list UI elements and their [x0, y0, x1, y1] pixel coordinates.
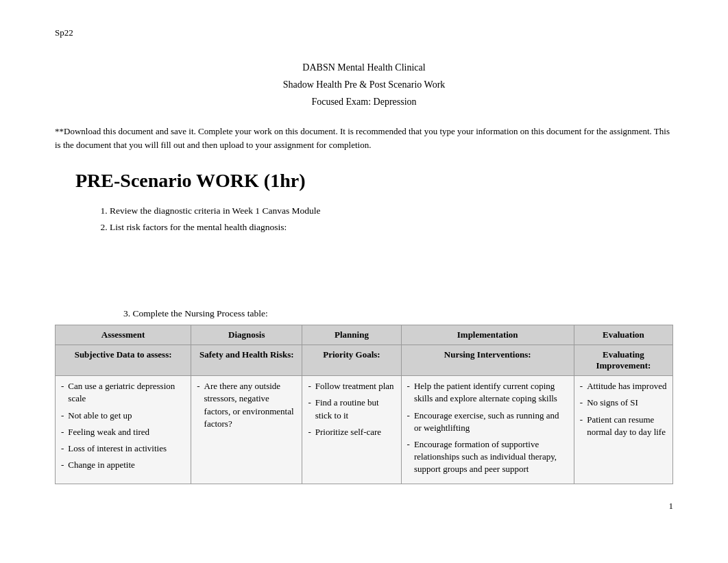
cell-assessment: Can use a geriatric depression scale Not… — [56, 376, 191, 484]
assessment-item-2: Not able to get up — [61, 410, 185, 422]
header-evaluation: Evaluation — [574, 325, 672, 345]
instructions-text: **Download this document and save it. Co… — [55, 125, 673, 153]
table-row: Can use a geriatric depression scale Not… — [56, 376, 673, 484]
cell-implementation: Help the patient identify current coping… — [401, 376, 574, 484]
spacer — [55, 240, 673, 308]
header-implementation: Implementation — [401, 325, 574, 345]
assessment-item-3: Feeling weak and tired — [61, 426, 185, 438]
planning-item-1: Follow treatment plan — [308, 380, 395, 392]
planning-item-3: Prioritize self-care — [308, 426, 395, 438]
evaluation-item-3: Patient can resume normal day to day lif… — [580, 414, 667, 438]
item3-label: 3. Complete the Nursing Process table: — [123, 308, 673, 319]
subheader-evaluation: Evaluating Improvement: — [574, 345, 672, 376]
planning-item-2: Find a routine but stick to it — [308, 397, 395, 421]
header-assessment: Assessment — [56, 325, 191, 345]
subheader-implementation: Nursing Interventions: — [401, 345, 574, 376]
diagnosis-item-1: Are there any outside stressors, negativ… — [197, 380, 296, 430]
cell-planning: Follow treatment plan Find a routine but… — [302, 376, 401, 484]
title-line1: DABSN Mental Health Clinical — [55, 59, 673, 76]
nursing-process-table: Assessment Diagnosis Planning Implementa… — [55, 325, 673, 484]
assessment-item-4: Loss of interest in activities — [61, 442, 185, 455]
assessment-item-5: Change in appetite — [61, 459, 185, 471]
page-container: Sp22 DABSN Mental Health Clinical Shadow… — [0, 0, 728, 525]
document-tag: Sp22 — [55, 27, 673, 38]
implementation-item-3: Encourage formation of supportive relati… — [407, 438, 568, 476]
implementation-item-1: Help the patient identify current coping… — [407, 380, 568, 405]
pre-scenario-title: PRE-Scenario WORK (1hr) — [75, 170, 673, 192]
numbered-list: Review the diagnostic criteria in Week 1… — [110, 205, 673, 233]
implementation-item-2: Encourage exercise, such as running and … — [407, 410, 568, 434]
subheader-assessment: Subjective Data to assess: — [56, 345, 191, 376]
list-item-2: List risk factors for the mental health … — [110, 222, 673, 233]
header-planning: Planning — [302, 325, 401, 345]
page-number: 1 — [669, 501, 674, 512]
assessment-item-1: Can use a geriatric depression scale — [61, 380, 185, 405]
title-line3: Focused Exam: Depression — [55, 93, 673, 110]
cell-diagnosis: Are there any outside stressors, negativ… — [191, 376, 302, 484]
header-section: DABSN Mental Health Clinical Shadow Heal… — [55, 59, 673, 111]
header-diagnosis: Diagnosis — [191, 325, 302, 345]
subheader-planning: Priority Goals: — [302, 345, 401, 376]
evaluation-item-1: Attitude has improved — [580, 380, 667, 392]
evaluation-item-2: No signs of SI — [580, 397, 667, 409]
list-item-1: Review the diagnostic criteria in Week 1… — [110, 205, 673, 216]
cell-evaluation: Attitude has improved No signs of SI Pat… — [574, 376, 672, 484]
subheader-diagnosis: Safety and Health Risks: — [191, 345, 302, 376]
title-line2: Shadow Health Pre & Post Scenario Work — [55, 76, 673, 93]
